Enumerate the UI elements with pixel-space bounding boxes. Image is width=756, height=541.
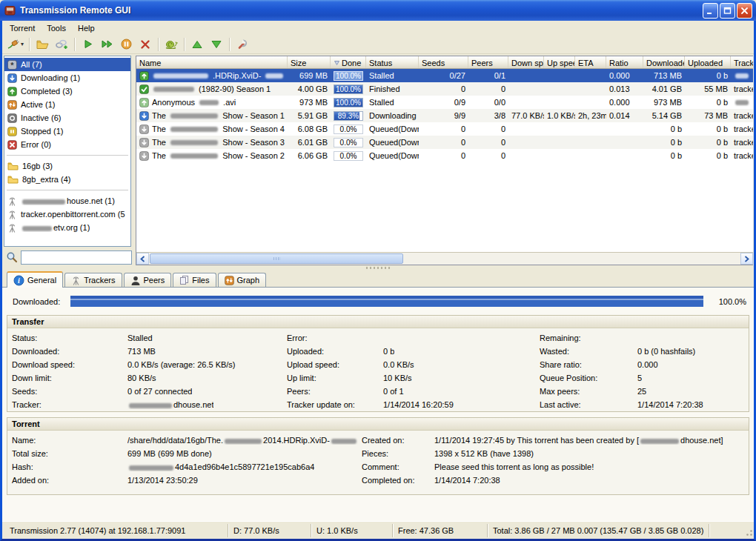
column-header-eta[interactable]: ETA [575,56,606,68]
options-wrench-button[interactable] [233,36,251,53]
menu-torrent[interactable]: Torrent [4,22,41,34]
app-icon [4,4,16,16]
cell-status: Queued(Down) [366,122,419,136]
field-label: Up limit: [287,374,383,382]
sidebar-item-active-1[interactable]: Active (1) [4,98,130,111]
menu-tools[interactable]: Tools [41,22,72,34]
filter-completed-icon [7,87,17,96]
cell-status: Finished [366,82,419,96]
column-header-done[interactable]: Done [331,56,366,68]
filter-active-icon [7,100,17,110]
sidebar-folder-16gb-3[interactable]: 16gb (3) [4,159,130,173]
cell-status: Stalled [366,69,419,82]
add-link-button[interactable] [53,36,70,53]
remove-button[interactable] [136,36,154,53]
sidebar-item-label: tracker.openbittorrent.com (5 [21,210,125,219]
field-value: 0 of 27 connected [127,387,192,396]
cell-down-speed [508,82,544,96]
move-down-button[interactable] [208,36,225,53]
table-row[interactable]: The Show - Season 15.91 GB89.3%Downloadi… [136,109,753,122]
column-header-down-speed[interactable]: Down speed [508,56,544,68]
resize-grip[interactable] [743,527,753,538]
tab-files[interactable]: Files [173,273,216,287]
scroll-right-icon[interactable] [740,253,753,265]
add-torrent-button[interactable] [33,36,51,53]
scroll-left-icon[interactable] [136,253,149,265]
tab-peers[interactable]: Peers [124,273,172,287]
close-button[interactable] [737,3,752,19]
table-body: .HDRip.XviD-699 MB100.0%Stalled0/270/10.… [136,69,753,252]
column-header-downloaded[interactable]: Downloaded [643,56,685,68]
redacted-text [153,87,194,92]
table-row[interactable]: Anonymous.avi973 MB100.0%Stalled0/90/00.… [136,96,753,109]
tab-graph[interactable]: Graph [218,273,267,287]
table-row[interactable]: The Show - Season 26.06 GB0.0%Queued(Dow… [136,149,753,162]
column-header-tracker[interactable]: Tracker [731,56,753,68]
table-row[interactable]: The Show - Season 36.01 GB0.0%Queued(Dow… [136,136,753,149]
field-created-on: Created on:1/11/2014 19:27:45 by This to… [362,434,752,447]
text-segment: 699 MB (699 MB done) [127,449,212,458]
connect-button[interactable]: ▾ [5,36,25,53]
cell-eta: 2h, 23m [575,109,606,122]
scrollbar-thumb[interactable] [150,253,403,264]
field-label: Max peers: [540,387,637,396]
start-button[interactable] [79,36,96,53]
table-row[interactable]: (1982-90) Season 14.00 GB100.0%Finished0… [136,82,753,96]
horizontal-scrollbar[interactable] [136,252,753,265]
column-header-seeds[interactable]: Seeds [419,56,468,68]
field-peers: Peers:0 of 1 [287,385,537,398]
column-header-label: ETA [578,59,594,67]
pause-button[interactable] [117,36,135,53]
alt-speed-snail-button[interactable] [162,36,180,53]
sidebar-folder-8gb-extra-4[interactable]: 8gb_extra (4) [4,173,130,186]
force-start-button[interactable] [98,36,116,53]
toolbar-separator [184,38,185,51]
minimize-button[interactable] [703,3,718,19]
tab-general[interactable]: iGeneral [7,271,63,288]
text-segment: 0 of 1 [383,387,404,396]
text-segment: 1/14/2014 7:20:38 [434,476,500,485]
column-header-name[interactable]: Name [136,56,288,68]
sidebar-item-all-7[interactable]: *All (7) [4,58,130,71]
statusbar-section-4: Total: 3.86 GB / 27 MB 0.007 (135.47 GB … [488,524,709,537]
sidebar-item-error-0[interactable]: Error (0) [4,138,130,151]
table-row[interactable]: The Show - Season 46.08 GB0.0%Queued(Dow… [136,122,753,136]
tracker-icon [7,210,17,219]
cell-peers: 0 [468,122,508,136]
sidebar-tracker-1[interactable]: tracker.openbittorrent.com (5 [4,208,130,221]
done-percent-label: 0.0% [340,125,357,133]
toolbar: ▾ [2,35,754,54]
table-row[interactable]: .HDRip.XviD-699 MB100.0%Stalled0/270/10.… [136,69,753,82]
transfer-section: Transfer Status:StalledDownloaded:713 MB… [7,315,749,412]
sidebar-item-downloading-1[interactable]: Downloading (1) [4,71,130,84]
cell-seeds: 0/27 [419,69,468,82]
menu-help[interactable]: Help [72,22,101,34]
text-segment: (1982-90) Season 1 [199,84,271,93]
column-header-size[interactable]: Size [288,56,331,68]
cell-up-speed [544,96,575,109]
cell-seeds: 0 [419,149,468,162]
column-header-peers[interactable]: Peers [468,56,508,68]
scrollbar-track[interactable] [149,253,740,265]
column-header-uploaded[interactable]: Uploaded [685,56,731,68]
sidebar-tracker-2[interactable]: etv.org (1) [4,221,130,234]
field-value: 0 b [383,347,394,356]
column-header-up-speed[interactable]: Up speed [544,56,575,68]
move-up-button[interactable] [188,36,206,53]
cell-uploaded: 0 b [685,122,731,136]
sidebar-item-completed-3[interactable]: Completed (3) [4,84,130,98]
cell-up-speed: 1.0 KB/s [544,109,575,122]
cell-peers: 0/0 [468,96,508,109]
sidebar-item-stopped-1[interactable]: Stopped (1) [4,125,130,138]
tab-trackers[interactable]: Trackers [64,273,122,287]
column-header-status[interactable]: Status [366,56,419,68]
sidebar-tracker-0[interactable]: house.net (1) [4,194,130,208]
dropdown-caret-icon[interactable]: ▾ [21,41,24,47]
maximize-button[interactable] [720,3,735,19]
field-label: Added on: [12,476,127,485]
status-finished-icon [139,84,149,94]
details-splitter[interactable] [2,265,754,270]
search-input[interactable] [21,250,132,265]
column-header-ratio[interactable]: Ratio [606,56,643,68]
sidebar-item-inactive-6[interactable]: Inactive (6) [4,111,130,125]
